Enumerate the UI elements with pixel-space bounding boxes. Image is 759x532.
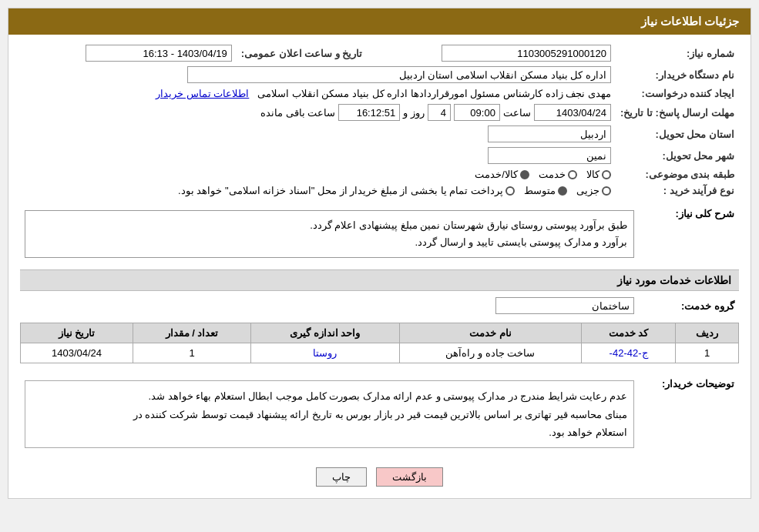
service-info-section: گروه خدمت: ساختمان ردیف کد خدمت xyxy=(20,291,739,373)
purchase-option-medium[interactable]: متوسط xyxy=(524,185,567,196)
row-creator: ایجاد کننده درخواست: مهدی نجف زاده کارشن… xyxy=(20,85,739,102)
radio-small xyxy=(602,186,611,196)
request-number-value: 1103005291000120 xyxy=(368,42,616,64)
content-area: شماره نیاز: 1103005291000120 تاریخ و ساع… xyxy=(8,35,751,498)
page-header: جزئیات اطلاعات نیاز xyxy=(8,8,751,35)
row-purchase-type: نوع فرآیند خرید : جزیی متوسط xyxy=(20,182,739,199)
category-option-service[interactable]: خدمت xyxy=(539,169,577,180)
buyer-org-label: نام دستگاه خریدار: xyxy=(616,64,739,85)
cell-unit: روستا xyxy=(250,343,399,363)
request-number-label: شماره نیاز: xyxy=(616,42,739,64)
services-grid: ردیف کد خدمت نام خدمت واحد اندازه گیری ت… xyxy=(20,323,739,363)
buyer-notes-line2: مبنای محاسبه قیر تهاتری بر اساس بالاترین… xyxy=(32,406,627,423)
province-box: اردبیل xyxy=(488,125,611,142)
description-row: شرح کلی نیاز: طبق برآورد پیوستی روستای ن… xyxy=(20,203,739,265)
service-group-value: ساختمان xyxy=(20,295,639,316)
date-announce-box: 1403/04/19 - 16:13 xyxy=(86,45,232,62)
description-line1: طبق برآورد پیوستی روستای نیارق شهرستان ن… xyxy=(32,217,627,234)
reply-time-label: ساعت xyxy=(503,107,531,119)
cell-service-name: ساخت جاده و راه‌آهن xyxy=(399,343,581,363)
col-need-date: تاریخ نیاز xyxy=(21,323,133,343)
reply-date-box: 1403/04/24 xyxy=(534,104,611,121)
request-number-box: 1103005291000120 xyxy=(442,45,611,62)
radio-medium xyxy=(558,186,567,196)
footer-buttons: بازگشت چاپ xyxy=(20,460,739,490)
col-row-num: ردیف xyxy=(676,323,739,343)
col-unit: واحد اندازه گیری xyxy=(250,323,399,343)
buyer-notes-content: عدم رعایت شرایط مندرج در مدارک پیوستی و … xyxy=(20,373,639,455)
row-request-number: شماره نیاز: 1103005291000120 تاریخ و ساع… xyxy=(20,42,739,64)
province-value: اردبیل xyxy=(20,123,616,145)
creator-value: مهدی نجف زاده کارشناس مسئول امورقرارداده… xyxy=(20,85,616,102)
col-service-name: نام خدمت xyxy=(399,323,581,343)
date-announce-label: تاریخ و ساعت اعلان عمومی: xyxy=(237,42,368,64)
page-wrapper: جزئیات اطلاعات نیاز شماره نیاز: 11030052… xyxy=(0,0,759,507)
purchase-option-bond[interactable]: پرداخت تمام یا بخشی از مبلغ خریدار از مح… xyxy=(178,185,515,196)
cell-row-num: 1 xyxy=(676,343,739,363)
reply-days-box: 4 xyxy=(428,104,451,121)
reply-remaining-box: 16:12:51 xyxy=(338,104,400,121)
reply-deadline-label: مهلت ارسال پاسخ: تا تاریخ: xyxy=(616,102,739,123)
purchase-option-small[interactable]: جزیی xyxy=(576,185,611,196)
services-grid-header: ردیف کد خدمت نام خدمت واحد اندازه گیری ت… xyxy=(21,323,739,343)
category-value: کالا خدمت کالا/خدمت xyxy=(20,166,616,182)
description-line2: برآورد و مدارک پیوستی بایستی تایید و ارس… xyxy=(32,234,627,251)
buyer-org-value: اداره کل بنیاد مسکن انقلاب اسلامی استان … xyxy=(20,64,616,85)
service-group-box: ساختمان xyxy=(495,297,634,314)
city-label: شهر محل تحویل: xyxy=(616,145,739,166)
creator-contact-link[interactable]: اطلاعات تماس خریدار xyxy=(156,88,249,99)
radio-both xyxy=(520,170,529,179)
city-value: نمین xyxy=(20,145,616,166)
radio-service xyxy=(568,170,577,179)
radio-goods xyxy=(602,170,611,179)
service-group-label: گروه خدمت: xyxy=(639,295,739,316)
description-table: شرح کلی نیاز: طبق برآورد پیوستی روستای ن… xyxy=(20,203,739,265)
print-button[interactable]: چاپ xyxy=(316,467,367,487)
reply-deadline-value: 1403/04/24 ساعت 09:00 4 روز و 16:1 xyxy=(20,102,616,123)
reply-days-label: روز و xyxy=(403,107,425,119)
page-title: جزئیات اطلاعات نیاز xyxy=(641,15,739,28)
date-announce-value: 1403/04/19 - 16:13 xyxy=(20,42,237,64)
col-service-code: کد خدمت xyxy=(581,323,675,343)
purchase-type-value: جزیی متوسط پرداخت تمام یا بخشی از مبلغ خ… xyxy=(20,182,616,199)
service-group-row: گروه خدمت: ساختمان xyxy=(20,295,739,316)
info-table: شماره نیاز: 1103005291000120 تاریخ و ساع… xyxy=(20,42,739,199)
cell-quantity: 1 xyxy=(133,343,251,363)
service-group-table: گروه خدمت: ساختمان xyxy=(20,295,739,316)
row-province: استان محل تحویل: اردبیل xyxy=(20,123,739,145)
col-quantity: تعداد / مقدار xyxy=(133,323,251,343)
category-label: طبقه بندی موضوعی: xyxy=(616,166,739,182)
description-label: شرح کلی نیاز: xyxy=(639,203,739,265)
cell-need-date: 1403/04/24 xyxy=(21,343,133,363)
city-box: نمین xyxy=(488,147,611,164)
buyer-notes-box: عدم رعایت شرایط مندرج در مدارک پیوستی و … xyxy=(25,380,634,448)
description-content: طبق برآورد پیوستی روستای نیارق شهرستان ن… xyxy=(20,203,639,265)
row-category: طبقه بندی موضوعی: کالا خدمت xyxy=(20,166,739,182)
creator-label: ایجاد کننده درخواست: xyxy=(616,85,739,102)
main-container: جزئیات اطلاعات نیاز شماره نیاز: 11030052… xyxy=(8,8,751,499)
buyer-notes-table: توضیحات خریدار: عدم رعایت شرایط مندرج در… xyxy=(20,373,739,455)
services-section-header: اطلاعات خدمات مورد نیاز xyxy=(20,269,739,291)
description-box: طبق برآورد پیوستی روستای نیارق شهرستان ن… xyxy=(25,210,634,258)
back-button[interactable]: بازگشت xyxy=(376,467,443,487)
cell-service-code: ج-42-42- xyxy=(581,343,675,363)
radio-bond xyxy=(505,186,515,196)
row-buyer-org: نام دستگاه خریدار: اداره کل بنیاد مسکن ا… xyxy=(20,64,739,85)
buyer-notes-line1: عدم رعایت شرایط مندرج در مدارک پیوستی و … xyxy=(32,387,627,405)
purchase-radio-group: جزیی متوسط پرداخت تمام یا بخشی از مبلغ خ… xyxy=(25,185,611,196)
row-city: شهر محل تحویل: نمین xyxy=(20,145,739,166)
services-grid-body: 1 ج-42-42- ساخت جاده و راه‌آهن روستا 1 1… xyxy=(21,343,739,363)
buyer-org-box: اداره کل بنیاد مسکن انقلاب اسلامی استان … xyxy=(187,66,611,83)
province-label: استان محل تحویل: xyxy=(616,123,739,145)
services-header-row: ردیف کد خدمت نام خدمت واحد اندازه گیری ت… xyxy=(21,323,739,343)
buyer-notes-row-main: توضیحات خریدار: عدم رعایت شرایط مندرج در… xyxy=(20,373,739,455)
buyer-notes-line3: استعلام خواهد بود. xyxy=(32,423,627,441)
category-radio-group: کالا خدمت کالا/خدمت xyxy=(25,169,611,180)
reply-time-box: 09:00 xyxy=(454,104,500,121)
buyer-notes-label: توضیحات خریدار: xyxy=(639,373,739,455)
category-option-goods[interactable]: کالا xyxy=(586,169,611,180)
table-row: 1 ج-42-42- ساخت جاده و راه‌آهن روستا 1 1… xyxy=(21,343,739,363)
reply-remaining-label: ساعت باقی مانده xyxy=(260,107,335,119)
category-option-both[interactable]: کالا/خدمت xyxy=(475,169,529,180)
purchase-type-label: نوع فرآیند خرید : xyxy=(616,182,739,199)
